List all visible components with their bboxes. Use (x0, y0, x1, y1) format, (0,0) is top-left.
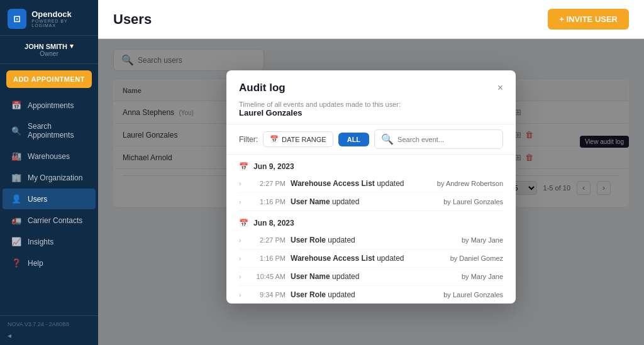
calendar-icon: 📅 (239, 162, 248, 171)
modal-filter: Filter: 📅 DATE RANGE ALL 🔍 (226, 124, 516, 155)
sidebar-item-search-appointments[interactable]: 🔍 Search Appointments (3, 116, 96, 145)
modal-close-button[interactable]: × (497, 82, 503, 94)
sidebar-item-help[interactable]: ❓ Help (3, 253, 96, 273)
logo-sub: POWERED BY LOGIMAX (31, 19, 91, 28)
sidebar-item-appointments[interactable]: 📅 Appointments (3, 95, 96, 116)
modal-body: 📅 Jun 9, 2023 › 2:27 PM Warehouse Access… (226, 155, 516, 304)
date-label: Jun 8, 2023 (253, 219, 294, 227)
date-label: Jun 9, 2023 (253, 162, 294, 171)
sidebar-item-label: Insights (28, 238, 53, 246)
sidebar-item-label: Users (28, 195, 47, 204)
carrier-icon: 🚛 (11, 216, 21, 225)
log-by: by Mary Jane (462, 273, 503, 280)
search-icon: 🔍 (11, 126, 21, 136)
log-entry: › 1:16 PM User Name updated by Laurel Go… (239, 193, 503, 211)
log-description: Warehouse Access List updated (291, 254, 445, 263)
log-time: 9:34 PM (252, 291, 286, 298)
log-time: 2:27 PM (252, 180, 286, 187)
log-by: by Andrew Robertson (437, 180, 503, 187)
expand-icon[interactable]: › (239, 180, 247, 187)
modal-subtitle: Timeline of all events and updates made … (226, 101, 516, 124)
log-by: by Laurel Gonzales (443, 291, 503, 298)
logo-name: Opendock (31, 10, 91, 19)
organization-icon: 🏢 (11, 173, 21, 182)
audit-log-modal: Audit log × Timeline of all events and u… (226, 70, 516, 304)
sidebar-item-label: Carrier Contacts (28, 216, 82, 225)
sidebar-item-label: Search Appointments (28, 122, 87, 140)
version-text: NOVA V3.7.24 - 2A80B8 (8, 321, 91, 327)
log-time: 1:16 PM (252, 198, 286, 205)
log-entry: › 2:27 PM User Role updated by Mary Jane (239, 231, 503, 249)
log-description: User Role updated (291, 290, 438, 299)
sidebar-logo: ⊡ Opendock POWERED BY LOGIMAX (0, 0, 98, 36)
sidebar-bottom: NOVA V3.7.24 - 2A80B8 ◂ (0, 315, 98, 345)
expand-icon[interactable]: › (239, 255, 247, 262)
modal-overlay: Audit log × Timeline of all events and u… (98, 39, 644, 345)
log-time: 1:16 PM (252, 255, 286, 262)
log-by: by Mary Jane (462, 236, 503, 244)
main-body: 🔍 Name Email verified? Actions Anna Step… (98, 39, 644, 345)
logo-icon: ⊡ (8, 9, 26, 29)
log-time: 10:45 AM (252, 273, 286, 280)
expand-icon[interactable]: › (239, 292, 247, 298)
date-range-button[interactable]: 📅 DATE RANGE (263, 131, 333, 147)
modal-title: Audit log (239, 82, 286, 94)
sidebar-item-label: Warehouses (28, 152, 70, 161)
search-icon: 🔍 (381, 133, 394, 145)
sidebar-item-label: Appointments (28, 101, 74, 110)
expand-icon[interactable]: › (239, 199, 247, 205)
date-group-header: 📅 Jun 9, 2023 (239, 155, 503, 175)
invite-user-button[interactable]: + INVITE USER (548, 9, 629, 30)
user-role: Owner (8, 50, 91, 57)
logo-text-block: Opendock POWERED BY LOGIMAX (31, 10, 91, 28)
log-description: User Name updated (291, 272, 457, 281)
main-header: Users + INVITE USER (98, 0, 644, 39)
all-filter-button[interactable]: ALL (338, 133, 369, 146)
sidebar-nav: 📅 Appointments 🔍 Search Appointments 🏭 W… (0, 94, 98, 274)
collapse-sidebar-button[interactable]: ◂ (8, 331, 91, 340)
event-search[interactable]: 🔍 (374, 129, 503, 149)
log-entry: › 1:16 PM Warehouse Access List updated … (239, 249, 503, 268)
log-description: Warehouse Access List updated (291, 179, 432, 188)
sidebar-item-my-organization[interactable]: 🏢 My Organization (3, 167, 96, 188)
modal-user-name: Laurel Gonzales (239, 108, 503, 118)
appointments-icon: 📅 (11, 101, 21, 110)
expand-icon[interactable]: › (239, 237, 247, 244)
log-entry: › 2:27 PM Warehouse Access List updated … (239, 175, 503, 193)
log-entry: › 9:34 PM User Role updated by Laurel Go… (239, 286, 503, 304)
sidebar-item-label: Help (28, 259, 43, 268)
search-event-input[interactable] (397, 136, 496, 143)
sidebar-item-label: My Organization (28, 173, 82, 182)
log-by: by Daniel Gomez (450, 255, 503, 262)
sidebar-item-carrier-contacts[interactable]: 🚛 Carrier Contacts (3, 210, 96, 231)
add-appointment-button[interactable]: ADD APPOINTMENT (6, 70, 92, 88)
warehouse-icon: 🏭 (11, 151, 21, 161)
insights-icon: 📈 (11, 237, 21, 246)
log-time: 2:27 PM (252, 236, 286, 244)
sidebar-user: JOHN SMITH ▾ Owner (0, 36, 98, 64)
modal-header: Audit log × (226, 70, 516, 101)
help-icon: ❓ (11, 258, 21, 268)
log-entry: › 10:45 AM User Name updated by Mary Jan… (239, 268, 503, 286)
filter-label: Filter: (239, 135, 258, 144)
date-group-header: 📅 Jun 8, 2023 (239, 211, 503, 231)
users-icon: 👤 (11, 194, 21, 204)
sidebar-item-warehouses[interactable]: 🏭 Warehouses (3, 146, 96, 167)
log-description: User Name updated (291, 197, 438, 206)
chevron-down-icon: ▾ (70, 42, 74, 50)
expand-icon[interactable]: › (239, 273, 247, 280)
page-title: Users (113, 11, 152, 28)
log-by: by Laurel Gonzales (443, 198, 503, 205)
user-name[interactable]: JOHN SMITH ▾ (8, 42, 91, 50)
sidebar-item-users[interactable]: 👤 Users (3, 189, 96, 209)
log-description: User Role updated (291, 236, 457, 244)
sidebar: ⊡ Opendock POWERED BY LOGIMAX JOHN SMITH… (0, 0, 98, 345)
calendar-icon: 📅 (239, 219, 248, 227)
calendar-icon: 📅 (270, 135, 279, 143)
sidebar-item-insights[interactable]: 📈 Insights (3, 231, 96, 252)
main-content: Users + INVITE USER 🔍 Name Email verifie… (98, 0, 644, 345)
